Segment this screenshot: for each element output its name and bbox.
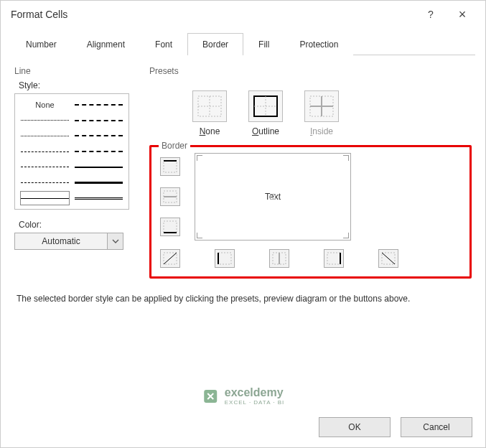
border-diag-up-icon	[163, 252, 177, 265]
border-middle-h-icon	[163, 190, 177, 203]
border-middle-h-button[interactable]	[160, 187, 180, 206]
style-label: Style:	[19, 80, 135, 90]
watermark-sub: EXCEL · DATA · BI	[225, 399, 285, 406]
svg-line-24	[382, 253, 395, 264]
border-diag-up-button[interactable]	[160, 249, 180, 268]
border-left-button[interactable]	[215, 249, 235, 268]
preset-inside-button[interactable]	[304, 90, 339, 122]
border-middle-v-button[interactable]	[269, 249, 289, 268]
line-style-dashed-thin[interactable]	[21, 145, 69, 158]
border-preview[interactable]: Text	[195, 153, 351, 241]
tab-strip: Number Alignment Font Border Fill Protec…	[11, 32, 475, 55]
color-select[interactable]: Automatic	[14, 233, 108, 250]
border-top-icon	[163, 160, 177, 173]
watermark: exceldemy EXCEL · DATA · BI	[202, 386, 285, 406]
line-style-none[interactable]: None	[21, 98, 69, 111]
right-column: Presets None Outline	[149, 65, 472, 279]
cancel-button[interactable]: Cancel	[401, 417, 472, 437]
preset-none-button[interactable]	[192, 90, 227, 122]
line-style-med-dash-dot-dot[interactable]	[75, 98, 123, 111]
border-top-button[interactable]	[160, 157, 180, 176]
tab-protection[interactable]: Protection	[284, 33, 353, 55]
svg-rect-21	[327, 253, 340, 264]
line-style-dotted[interactable]	[21, 129, 69, 142]
help-button[interactable]: ?	[415, 4, 447, 25]
svg-line-16	[164, 253, 177, 264]
tab-number[interactable]: Number	[11, 33, 72, 55]
dialog-title: Format Cells	[11, 9, 415, 20]
line-style-hair[interactable]	[21, 114, 69, 127]
line-style-med-dashed[interactable]	[75, 129, 123, 142]
svg-rect-17	[218, 253, 231, 264]
svg-rect-13	[164, 221, 177, 233]
preview-text: Text	[265, 192, 281, 202]
preset-outline-icon	[253, 95, 278, 117]
line-style-slant-dash-dot[interactable]	[75, 114, 123, 127]
tab-border[interactable]: Border	[187, 33, 243, 55]
border-right-button[interactable]	[324, 249, 344, 268]
border-middle-v-icon	[272, 252, 286, 265]
tab-fill[interactable]: Fill	[243, 33, 284, 55]
border-bottom-button[interactable]	[160, 218, 180, 236]
tab-font[interactable]: Font	[140, 33, 187, 55]
border-group-label: Border	[159, 141, 190, 151]
presets-group-label: Presets	[149, 66, 472, 76]
watermark-logo-icon	[202, 388, 219, 405]
line-style-medium[interactable]	[75, 161, 123, 174]
svg-rect-9	[164, 161, 177, 172]
preset-outline-button[interactable]	[248, 90, 283, 122]
line-style-list[interactable]: None	[14, 93, 129, 210]
preset-none-label: None	[200, 126, 220, 136]
line-style-double[interactable]	[75, 192, 123, 205]
line-style-dash-dot-dot[interactable]	[21, 177, 69, 190]
line-style-thin[interactable]	[21, 192, 69, 205]
titlebar: Format Cells ? ×	[1, 1, 485, 28]
format-cells-dialog: Format Cells ? × Number Alignment Font B…	[0, 0, 486, 448]
border-right-icon	[327, 252, 341, 265]
color-dropdown-button[interactable]	[108, 233, 123, 250]
border-diag-down-button[interactable]	[378, 249, 398, 268]
dialog-footer: OK Cancel	[319, 417, 472, 437]
preset-inside-icon	[309, 95, 334, 117]
tab-alignment[interactable]: Alignment	[72, 33, 140, 55]
line-style-thick[interactable]	[75, 177, 123, 190]
presets-row: None Outline Inside	[149, 80, 472, 142]
line-group-label: Line	[14, 66, 135, 76]
line-style-med-dash-dot[interactable]	[75, 145, 123, 158]
preset-none-icon	[197, 95, 222, 117]
border-bottom-icon	[163, 220, 177, 233]
chevron-down-icon	[112, 239, 119, 243]
border-section-highlight: Border Text	[149, 145, 472, 279]
preset-inside-label: Inside	[310, 126, 333, 136]
border-left-icon	[218, 252, 232, 265]
hint-text: The selected border style can be applied…	[17, 294, 469, 304]
preset-outline-label: Outline	[252, 126, 279, 136]
watermark-brand: exceldemy	[225, 386, 284, 398]
ok-button[interactable]: OK	[319, 417, 391, 437]
line-style-dash-dot[interactable]	[21, 161, 69, 174]
border-diag-down-icon	[381, 252, 396, 265]
line-group: Line Style: None	[14, 65, 136, 279]
color-label: Color:	[19, 220, 135, 230]
close-button[interactable]: ×	[447, 4, 478, 25]
